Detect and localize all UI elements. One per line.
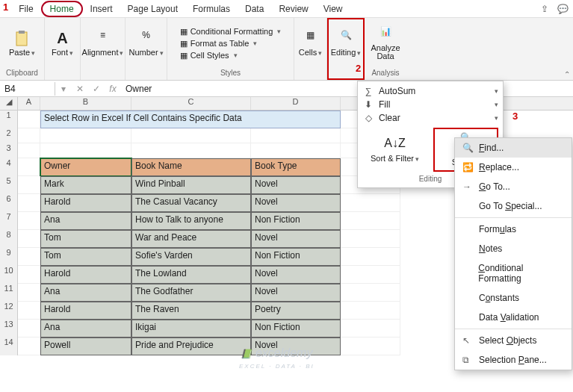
- namebox-dropdown-icon[interactable]: ▾: [55, 84, 72, 94]
- font-button[interactable]: AFont: [47, 27, 78, 60]
- row-1[interactable]: 1: [0, 111, 18, 128]
- name-box[interactable]: B4: [0, 82, 55, 96]
- row-13[interactable]: 13: [0, 320, 18, 337]
- table-cell[interactable]: Harold: [40, 302, 131, 320]
- row-14[interactable]: 14: [0, 337, 18, 355]
- row-5[interactable]: 5: [0, 176, 18, 194]
- header-bookname[interactable]: Book Name: [131, 158, 251, 176]
- table-cell[interactable]: Harold: [40, 194, 131, 212]
- menu-conditional-formatting[interactable]: Conditional Formatting: [455, 258, 572, 288]
- tab-formulas[interactable]: Formulas: [185, 1, 238, 17]
- table-cell[interactable]: Pride and Prejudice: [131, 337, 251, 355]
- table-cell[interactable]: How to Talk to anyone: [131, 212, 251, 230]
- row-7[interactable]: 7: [0, 212, 18, 230]
- menu-goto[interactable]: →Go To...: [455, 177, 572, 196]
- table-cell[interactable]: Ana: [40, 320, 131, 337]
- table-cell[interactable]: Novel: [251, 176, 341, 194]
- collapse-ribbon-icon[interactable]: ⌃: [564, 70, 570, 78]
- row-10[interactable]: 10: [0, 266, 18, 284]
- col-c[interactable]: C: [131, 97, 251, 110]
- menu-data-validation[interactable]: Data Validation: [455, 308, 572, 327]
- menu-selection-pane[interactable]: ⧉Selection Pane...: [455, 350, 572, 370]
- row-3[interactable]: 3: [0, 143, 18, 158]
- alignment-button[interactable]: ≡Alignment: [78, 27, 128, 60]
- table-cell[interactable]: Non Fiction: [251, 320, 341, 337]
- menu-find[interactable]: 🔍FFind...ind...: [455, 138, 572, 158]
- conditional-formatting-button[interactable]: ▦Conditional Formatting: [177, 26, 285, 37]
- enter-icon[interactable]: ✓: [88, 84, 105, 94]
- cell[interactable]: [18, 111, 40, 128]
- analyze-data-button[interactable]: 📊Analyze Data: [366, 23, 404, 63]
- sort-filter-button[interactable]: A↓ZSort & Filter: [362, 128, 427, 172]
- menu-formulas[interactable]: Formulas: [455, 220, 572, 239]
- callout-3: 3: [512, 111, 518, 122]
- comments-icon[interactable]: 💬: [553, 2, 573, 16]
- row-9[interactable]: 9: [0, 248, 18, 266]
- table-cell[interactable]: Ana: [40, 284, 131, 302]
- table-cell[interactable]: Novel: [251, 284, 341, 302]
- cell-styles-button[interactable]: ▦Cell Styles: [177, 50, 285, 61]
- menu-constants[interactable]: Constants: [455, 288, 572, 308]
- menu-replace[interactable]: 🔁Replace...: [455, 158, 572, 177]
- paste-button[interactable]: Paste: [4, 27, 40, 60]
- cells-button[interactable]: ▦Cells: [294, 27, 326, 60]
- header-booktype[interactable]: Book Type: [251, 158, 341, 176]
- table-cell[interactable]: Novel: [251, 230, 341, 248]
- col-a[interactable]: A: [18, 97, 40, 110]
- chart-icon: 📊: [380, 26, 391, 44]
- col-d[interactable]: D: [251, 97, 341, 110]
- tab-data[interactable]: Data: [238, 1, 271, 17]
- row-6[interactable]: 6: [0, 194, 18, 212]
- table-cell[interactable]: Poetry: [251, 302, 341, 320]
- menu-notes[interactable]: Notes: [455, 239, 572, 258]
- tab-review[interactable]: Review: [271, 1, 315, 17]
- formula-value[interactable]: Owner: [121, 84, 152, 94]
- clear-button[interactable]: ◇Clear▾: [359, 111, 501, 125]
- tab-home[interactable]: Home: [41, 1, 83, 17]
- row-12[interactable]: 12: [0, 302, 18, 320]
- cancel-icon[interactable]: ✕: [72, 84, 88, 94]
- table-cell[interactable]: Ikigai: [131, 320, 251, 337]
- table-cell[interactable]: Ana: [40, 212, 131, 230]
- table-cell[interactable]: Wind Pinball: [131, 176, 251, 194]
- format-as-table-button[interactable]: ▦Format as Table: [177, 38, 285, 49]
- select-all[interactable]: ◢: [0, 97, 18, 110]
- menu-goto-special[interactable]: Go To Special...: [455, 196, 572, 216]
- table-cell[interactable]: Tom: [40, 230, 131, 248]
- tab-file[interactable]: File: [11, 1, 40, 17]
- fx-icon[interactable]: fx: [105, 84, 121, 94]
- group-styles-label: Styles: [220, 67, 241, 78]
- col-b[interactable]: B: [40, 97, 131, 110]
- table-cell[interactable]: Non Fiction: [251, 212, 341, 230]
- share-icon[interactable]: ⇪: [536, 2, 553, 16]
- tab-page-layout[interactable]: Page Layout: [120, 1, 185, 17]
- table-cell[interactable]: War and Peace: [131, 230, 251, 248]
- title-cell[interactable]: Select Row in Excel If Cell Contains Spe…: [40, 111, 341, 128]
- table-cell[interactable]: The Raven: [131, 302, 251, 320]
- row-4[interactable]: 4: [0, 158, 18, 176]
- table-cell[interactable]: Powell: [40, 337, 131, 355]
- editing-button[interactable]: 🔍Editing: [326, 27, 366, 60]
- row-8[interactable]: 8: [0, 230, 18, 248]
- number-button[interactable]: %Number: [124, 27, 167, 60]
- row-11[interactable]: 11: [0, 284, 18, 302]
- table-cell[interactable]: Novel: [251, 194, 341, 212]
- table-cell[interactable]: The Godfather: [131, 284, 251, 302]
- autosum-button[interactable]: ∑AutoSum▾: [359, 84, 501, 98]
- table-cell[interactable]: Novel: [251, 266, 341, 284]
- menu-select-objects[interactable]: ↖Select Objects: [455, 331, 572, 350]
- tab-view[interactable]: View: [316, 1, 350, 17]
- header-owner[interactable]: Owner: [40, 158, 131, 176]
- fill-button[interactable]: ⬇Fill▾: [359, 98, 501, 111]
- table-cell[interactable]: Harold: [40, 266, 131, 284]
- row-2[interactable]: 2: [0, 128, 18, 143]
- table-cell[interactable]: The Lowland: [131, 266, 251, 284]
- table-cell[interactable]: Non Fiction: [251, 248, 341, 266]
- tab-insert[interactable]: Insert: [83, 1, 120, 17]
- table-cell[interactable]: Tom: [40, 248, 131, 266]
- replace-icon: 🔁: [462, 162, 473, 172]
- table-cell[interactable]: Sofie's Varden: [131, 248, 251, 266]
- table-cell[interactable]: The Casual Vacancy: [131, 194, 251, 212]
- group-analysis-label: Analysis: [371, 67, 399, 78]
- table-cell[interactable]: Mark: [40, 176, 131, 194]
